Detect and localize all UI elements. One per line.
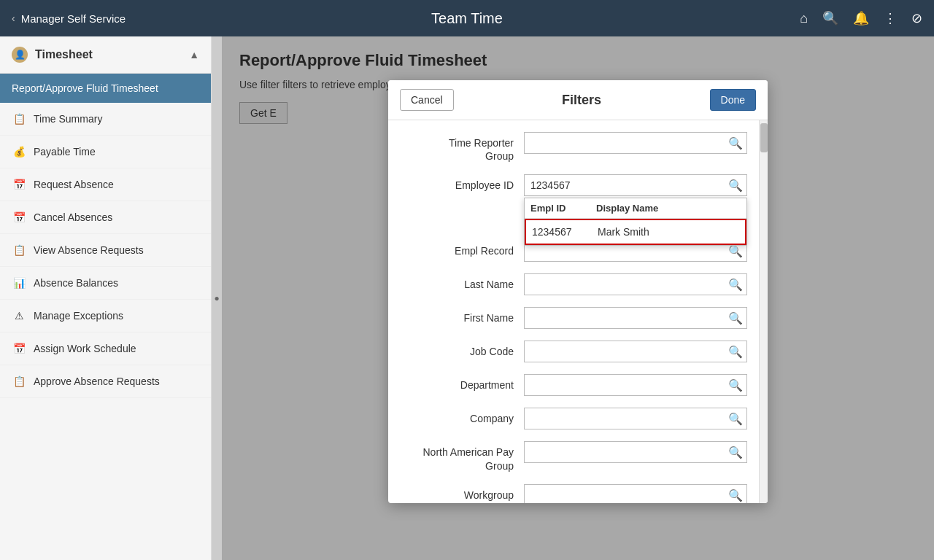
employee-id-dropdown: Empl ID Display Name 1234567 Mark Smith <box>524 198 747 246</box>
manage-exceptions-icon: ⚠ <box>12 308 26 323</box>
sidebar-item-request-absence[interactable]: 📅 Request Absence <box>0 168 211 201</box>
first-name-search-icon[interactable]: 🔍 <box>725 310 746 327</box>
view-absence-icon: 📋 <box>12 243 26 257</box>
first-name-input[interactable] <box>524 307 747 329</box>
modal-body: Time ReporterGroup 🔍 Employee ID � <box>388 120 759 503</box>
payable-time-icon: 💰 <box>12 144 26 159</box>
department-input-wrap: 🔍 <box>524 374 747 396</box>
sidebar-item-label: Manage Exceptions <box>34 310 123 322</box>
sidebar-section-header: 👤 Timesheet ▲ <box>0 36 211 74</box>
sidebar-collapse-handle[interactable]: ● <box>212 36 222 560</box>
modal-title: Filters <box>454 93 710 108</box>
time-summary-icon: 📋 <box>12 112 26 126</box>
north-american-pay-group-input[interactable] <box>524 441 747 463</box>
employee-id-input[interactable] <box>524 174 747 196</box>
sidebar-item-manage-exceptions[interactable]: ⚠ Manage Exceptions <box>0 300 211 332</box>
approve-absence-icon: 📋 <box>12 374 26 389</box>
dropdown-row-mark-smith[interactable]: 1234567 Mark Smith <box>525 219 746 245</box>
employee-id-label: Employee ID <box>400 174 524 192</box>
filter-row-company: Company 🔍 <box>400 408 747 429</box>
sidebar-item-view-absence-requests[interactable]: 📋 View Absence Requests <box>0 234 211 267</box>
time-reporter-group-label: Time ReporterGroup <box>400 132 524 163</box>
timesheet-icon: 👤 <box>12 47 28 63</box>
last-name-input-wrap: 🔍 <box>524 273 747 295</box>
chevron-up-icon[interactable]: ▲ <box>189 49 199 61</box>
search-nav-icon[interactable]: 🔍 <box>822 10 838 26</box>
company-search-icon[interactable]: 🔍 <box>725 411 746 427</box>
top-navbar: ‹ Manager Self Service Team Time ⌂ 🔍 🔔 ⋮… <box>0 0 934 36</box>
sidebar-item-label: Time Summary <box>34 113 102 125</box>
dropdown-header: Empl ID Display Name <box>525 198 746 219</box>
time-reporter-group-input-wrap: 🔍 <box>524 132 747 154</box>
sidebar-item-label: Absence Balances <box>34 277 118 289</box>
employee-id-input-wrap: 🔍 Empl ID Display Name 1234567 <box>524 174 747 196</box>
sidebar-item-label: Assign Work Schedule <box>34 343 136 354</box>
app-title: Team Time <box>431 10 503 27</box>
sidebar-item-label: Request Absence <box>34 179 114 190</box>
sidebar-item-label: Cancel Absences <box>34 211 112 223</box>
modal-scrollbar[interactable] <box>759 120 768 503</box>
more-options-icon[interactable]: ⋮ <box>884 10 897 26</box>
sidebar-item-cancel-absences[interactable]: 📅 Cancel Absences <box>0 201 211 234</box>
job-code-search-icon[interactable]: 🔍 <box>725 343 746 360</box>
department-search-icon[interactable]: 🔍 <box>725 377 746 394</box>
last-name-search-icon[interactable]: 🔍 <box>725 276 746 293</box>
time-reporter-group-search-icon[interactable]: 🔍 <box>725 135 746 152</box>
sidebar-title-label: Timesheet <box>35 48 93 61</box>
back-arrow-icon: ‹ <box>12 12 15 24</box>
sidebar: 👤 Timesheet ▲ Report/Approve Fluid Times… <box>0 36 212 560</box>
employee-id-search-icon[interactable]: 🔍 <box>725 177 746 194</box>
filter-row-employee-id: Employee ID 🔍 Empl ID Display Name <box>400 174 747 196</box>
cancel-button[interactable]: Cancel <box>400 89 454 111</box>
workgroup-label: Workgroup <box>400 484 524 502</box>
nav-right: ⌂ 🔍 🔔 ⋮ ⊘ <box>800 10 922 26</box>
workgroup-input[interactable] <box>524 484 747 503</box>
last-name-input[interactable] <box>524 273 747 295</box>
sidebar-item-approve-absence-requests[interactable]: 📋 Approve Absence Requests <box>0 365 211 398</box>
sidebar-item-report-approve[interactable]: Report/Approve Fluid Timesheet <box>0 74 211 103</box>
absence-balances-icon: 📊 <box>12 276 26 290</box>
job-code-input[interactable] <box>524 341 747 362</box>
filter-row-first-name: First Name 🔍 <box>400 307 747 329</box>
job-code-label: Job Code <box>400 341 524 358</box>
filter-row-north-american-pay-group: North American PayGroup 🔍 <box>400 441 747 472</box>
north-american-pay-group-search-icon[interactable]: 🔍 <box>725 444 746 461</box>
sidebar-item-label: Payable Time <box>34 146 96 158</box>
modal-header: Cancel Filters Done <box>388 80 768 120</box>
last-name-label: Last Name <box>400 273 524 291</box>
bell-icon[interactable]: 🔔 <box>853 10 869 26</box>
block-icon[interactable]: ⊘ <box>911 10 922 26</box>
company-input[interactable] <box>524 408 747 429</box>
home-icon[interactable]: ⌂ <box>800 11 808 26</box>
first-name-label: First Name <box>400 307 524 324</box>
north-american-pay-group-input-wrap: 🔍 <box>524 441 747 463</box>
workgroup-search-icon[interactable]: 🔍 <box>725 486 746 503</box>
done-button[interactable]: Done <box>710 89 756 111</box>
nav-left: ‹ Manager Self Service <box>12 12 126 25</box>
sidebar-item-time-summary[interactable]: 📋 Time Summary <box>0 103 211 136</box>
filter-row-workgroup: Workgroup 🔍 <box>400 484 747 503</box>
modal-overlay: Cancel Filters Done Time ReporterGroup 🔍 <box>222 36 934 560</box>
dropdown-display-name: Mark Smith <box>598 226 649 238</box>
content-area: Report/Approve Fluid Timesheet Use filte… <box>222 36 934 560</box>
department-label: Department <box>400 374 524 392</box>
app-name[interactable]: Manager Self Service <box>21 12 126 25</box>
filter-row-job-code: Job Code 🔍 <box>400 341 747 362</box>
sidebar-item-assign-work-schedule[interactable]: 📅 Assign Work Schedule <box>0 332 211 365</box>
sidebar-section-title: 👤 Timesheet <box>12 47 93 63</box>
north-american-pay-group-label: North American PayGroup <box>400 441 524 472</box>
request-absence-icon: 📅 <box>12 177 26 192</box>
company-label: Company <box>400 408 524 425</box>
sidebar-item-absence-balances[interactable]: 📊 Absence Balances <box>0 267 211 300</box>
workgroup-input-wrap: 🔍 <box>524 484 747 503</box>
filter-row-department: Department 🔍 <box>400 374 747 396</box>
time-reporter-group-input[interactable] <box>524 132 747 154</box>
empl-id-col-header: Empl ID <box>530 203 596 214</box>
department-input[interactable] <box>524 374 747 396</box>
job-code-input-wrap: 🔍 <box>524 341 747 362</box>
company-input-wrap: 🔍 <box>524 408 747 429</box>
main-layout: 👤 Timesheet ▲ Report/Approve Fluid Times… <box>0 36 934 560</box>
sidebar-item-payable-time[interactable]: 💰 Payable Time <box>0 136 211 168</box>
first-name-input-wrap: 🔍 <box>524 307 747 329</box>
modal-scrollbar-thumb <box>760 123 768 152</box>
